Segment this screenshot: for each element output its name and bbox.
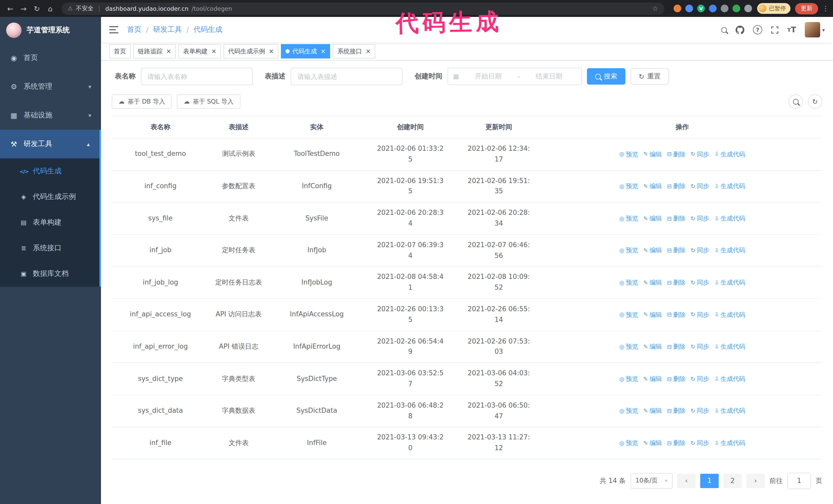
refresh-button[interactable]: ↻ bbox=[808, 94, 822, 109]
action-edit[interactable]: ✎编辑 bbox=[643, 149, 662, 159]
action-edit[interactable]: ✎编辑 bbox=[643, 278, 662, 288]
reload-icon[interactable]: ↻ bbox=[31, 2, 43, 15]
action-delete[interactable]: ⊟删除 bbox=[667, 438, 685, 448]
action-sync[interactable]: ↻同步 bbox=[691, 182, 709, 191]
action-sync[interactable]: ↻同步 bbox=[691, 374, 709, 384]
tab-home[interactable]: 首页 bbox=[109, 44, 131, 58]
action-preview[interactable]: ◎预览 bbox=[619, 149, 638, 159]
action-preview[interactable]: ◎预览 bbox=[619, 278, 638, 288]
sidebar-item-codegen-example[interactable]: ◈ 代码生成示例 bbox=[0, 184, 99, 210]
puzzle-extension-icon[interactable] bbox=[744, 5, 752, 12]
tab-tracing[interactable]: 链路追踪 × bbox=[133, 44, 176, 58]
action-sync[interactable]: ↻同步 bbox=[691, 246, 709, 256]
action-sync[interactable]: ↻同步 bbox=[691, 149, 709, 159]
close-icon[interactable]: × bbox=[320, 48, 326, 55]
close-icon[interactable]: × bbox=[166, 48, 171, 55]
profile-paused-badge[interactable]: 已暂停 bbox=[757, 3, 790, 14]
action-sync[interactable]: ↻同步 bbox=[691, 310, 709, 320]
next-page-button[interactable]: › bbox=[746, 474, 765, 488]
page-button-2[interactable]: 2 bbox=[723, 474, 742, 488]
action-generate[interactable]: ⇩生成代码 bbox=[714, 310, 745, 320]
action-edit[interactable]: ✎编辑 bbox=[643, 182, 662, 191]
action-sync[interactable]: ↻同步 bbox=[691, 342, 709, 352]
github-icon[interactable] bbox=[736, 25, 744, 34]
hamburger-icon[interactable] bbox=[109, 26, 118, 33]
action-preview[interactable]: ◎预览 bbox=[619, 374, 638, 384]
close-icon[interactable]: × bbox=[269, 48, 274, 55]
help-icon[interactable]: ? bbox=[753, 25, 762, 34]
action-edit[interactable]: ✎编辑 bbox=[643, 406, 662, 416]
action-preview[interactable]: ◎预览 bbox=[619, 342, 638, 352]
action-preview[interactable]: ◎预览 bbox=[619, 214, 638, 223]
back-icon[interactable]: ← bbox=[4, 2, 17, 15]
reset-button[interactable]: ↻ 重置 bbox=[630, 68, 669, 85]
action-delete[interactable]: ⊟删除 bbox=[667, 182, 685, 191]
home-icon[interactable]: ⌂ bbox=[44, 2, 56, 15]
action-generate[interactable]: ⇩生成代码 bbox=[714, 214, 745, 223]
page-size-select[interactable]: 10条/页 ▾ bbox=[630, 473, 672, 488]
table-desc-input[interactable] bbox=[291, 68, 402, 85]
action-sync[interactable]: ↻同步 bbox=[691, 438, 709, 448]
action-edit[interactable]: ✎编辑 bbox=[643, 342, 662, 352]
action-edit[interactable]: ✎编辑 bbox=[643, 246, 662, 256]
close-icon[interactable]: × bbox=[366, 48, 371, 55]
page-button-1[interactable]: 1 bbox=[700, 474, 719, 488]
table-name-input[interactable] bbox=[141, 68, 253, 85]
sidebar-item-system[interactable]: ⚙ 系统管理 ▾ bbox=[0, 72, 101, 101]
fullscreen-icon[interactable] bbox=[771, 26, 779, 33]
action-delete[interactable]: ⊟删除 bbox=[667, 149, 685, 159]
fox-extension-icon[interactable] bbox=[673, 5, 681, 12]
chrome-update-button[interactable]: 更新 bbox=[795, 3, 818, 14]
leaf-extension-icon[interactable] bbox=[733, 5, 740, 12]
tab-api[interactable]: 系统接口 × bbox=[333, 44, 376, 58]
action-delete[interactable]: ⊟删除 bbox=[667, 374, 685, 384]
bookmark-star-icon[interactable]: ☆ bbox=[652, 5, 658, 12]
action-preview[interactable]: ◎预览 bbox=[619, 310, 638, 320]
action-delete[interactable]: ⊟删除 bbox=[667, 342, 685, 352]
action-delete[interactable]: ⊟删除 bbox=[667, 278, 685, 288]
action-generate[interactable]: ⇩生成代码 bbox=[714, 278, 745, 288]
sidebar-item-infra[interactable]: ▦ 基础设施 ▾ bbox=[0, 101, 101, 130]
action-edit[interactable]: ✎编辑 bbox=[643, 310, 662, 320]
breadcrumb-devtools[interactable]: 研发工具 bbox=[153, 25, 182, 34]
action-sync[interactable]: ↻同步 bbox=[691, 278, 709, 288]
action-preview[interactable]: ◎预览 bbox=[619, 246, 638, 256]
import-sql-button[interactable]: ☁ 基于 SQL 导入 bbox=[177, 94, 240, 109]
action-generate[interactable]: ⇩生成代码 bbox=[714, 246, 745, 256]
sidebar-item-codegen[interactable]: </> 代码生成 bbox=[0, 159, 99, 184]
import-db-button[interactable]: ☁ 基于 DB 导入 bbox=[112, 94, 172, 109]
goto-page-input[interactable] bbox=[787, 473, 811, 489]
sidebar-item-home[interactable]: ◉ 首页 bbox=[0, 44, 101, 72]
action-delete[interactable]: ⊟删除 bbox=[667, 406, 685, 416]
action-sync[interactable]: ↻同步 bbox=[691, 214, 709, 223]
action-generate[interactable]: ⇩生成代码 bbox=[714, 374, 745, 384]
forward-icon[interactable]: → bbox=[18, 2, 30, 15]
action-edit[interactable]: ✎编辑 bbox=[643, 374, 662, 384]
grid-extension-icon[interactable] bbox=[721, 5, 729, 12]
tab-form-builder[interactable]: 表单构建 × bbox=[178, 44, 221, 58]
prev-page-button[interactable]: ‹ bbox=[677, 474, 696, 488]
breadcrumb-home[interactable]: 首页 bbox=[127, 25, 142, 34]
action-preview[interactable]: ◎预览 bbox=[619, 182, 638, 191]
check-extension-icon[interactable]: V bbox=[697, 5, 705, 12]
action-edit[interactable]: ✎编辑 bbox=[643, 214, 662, 223]
toggle-search-button[interactable] bbox=[788, 94, 803, 109]
action-delete[interactable]: ⊟删除 bbox=[667, 310, 685, 320]
font-size-icon[interactable]: TT bbox=[787, 25, 796, 34]
url-bar[interactable]: ⚠ 不安全 dashboard.yudao.iocoder.cn /tool/c… bbox=[62, 2, 664, 15]
people-extension-icon[interactable] bbox=[709, 5, 717, 12]
tab-codegen[interactable]: 代码生成 × bbox=[281, 44, 330, 58]
sidebar-item-devtools[interactable]: ⚒ 研发工具 ▴ bbox=[0, 130, 99, 159]
app-logo[interactable]: 芋道管理系统 bbox=[0, 17, 101, 44]
search-icon[interactable] bbox=[721, 27, 727, 32]
action-generate[interactable]: ⇩生成代码 bbox=[714, 406, 745, 416]
action-generate[interactable]: ⇩生成代码 bbox=[714, 342, 745, 352]
action-preview[interactable]: ◎预览 bbox=[619, 406, 638, 416]
drop-extension-icon[interactable] bbox=[685, 5, 693, 12]
close-icon[interactable]: × bbox=[211, 48, 216, 55]
sidebar-item-form-builder[interactable]: ▤ 表单构建 bbox=[0, 210, 99, 235]
action-preview[interactable]: ◎预览 bbox=[619, 438, 638, 448]
action-generate[interactable]: ⇩生成代码 bbox=[714, 438, 745, 448]
action-delete[interactable]: ⊟删除 bbox=[667, 214, 685, 223]
action-generate[interactable]: ⇩生成代码 bbox=[714, 149, 745, 159]
